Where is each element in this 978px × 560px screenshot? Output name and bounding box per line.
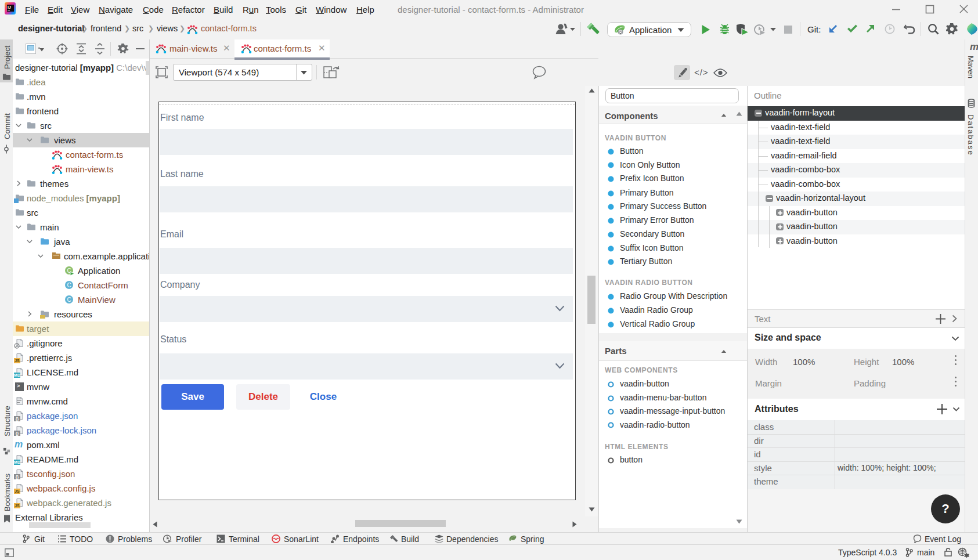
svg-text:C: C [67,296,71,302]
svg-text:C: C [67,281,71,288]
